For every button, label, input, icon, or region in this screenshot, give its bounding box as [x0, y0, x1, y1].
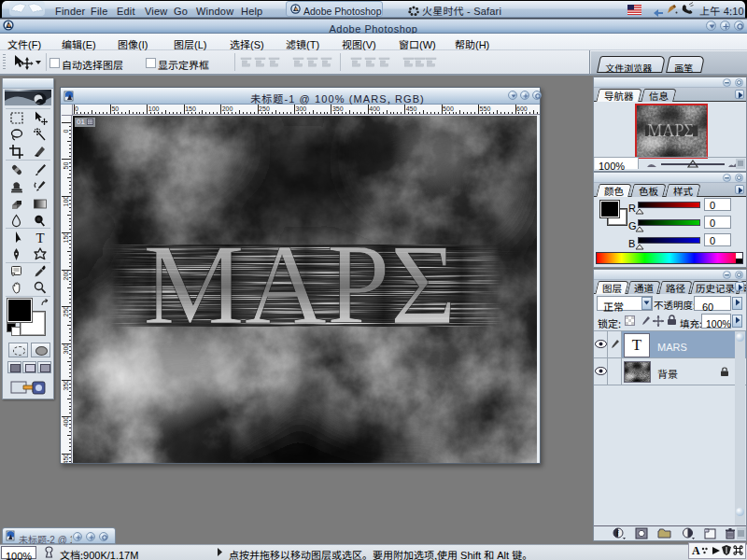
- svg-text:ΜΑΡΣ: ΜΑΡΣ: [647, 121, 694, 140]
- svg-text:f: f: [616, 529, 619, 538]
- svg-text:T: T: [35, 231, 44, 245]
